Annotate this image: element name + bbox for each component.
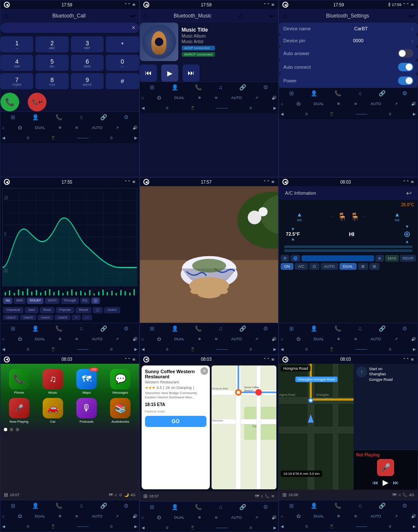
map-icon-bottom[interactable]: 🗺 — [109, 493, 113, 497]
nav-link-icon-3[interactable]: 🔗 — [379, 90, 386, 96]
prev-icon[interactable]: ◀ — [2, 136, 5, 140]
key-5[interactable]: 5JKL — [35, 55, 68, 71]
phone2-icon[interactable]: 📱 — [51, 136, 55, 140]
nav-settings-icon[interactable]: ⚙ — [124, 114, 129, 120]
back-button-9[interactable]: ◀ — [282, 357, 288, 362]
vent-c3[interactable]: ↗ — [395, 102, 398, 106]
nav-phone-9[interactable]: 📞 — [334, 503, 341, 509]
vol-c2[interactable]: 🔊 — [272, 96, 276, 100]
grid-icon-cp[interactable]: ⊞ — [282, 492, 287, 498]
eq-through[interactable]: Through — [61, 298, 79, 304]
nav-grid-icon-2[interactable]: ⊞ — [150, 84, 154, 91]
nav-phone-6[interactable]: 📞 — [334, 325, 341, 332]
nav-grid-7[interactable]: ⊞ — [11, 503, 15, 509]
nav-music-icon[interactable]: ♫ — [79, 114, 84, 120]
preset-remove[interactable]: — — [82, 315, 92, 320]
nav-phone-icon[interactable]: 📞 — [55, 114, 62, 120]
snowflake-icon[interactable]: ❄ — [58, 126, 62, 130]
phone2-bottom-icon[interactable]: 📞 — [403, 493, 407, 497]
key-1[interactable]: 1— — [0, 36, 33, 53]
app-phone[interactable]: 📞 Phone — [4, 369, 34, 395]
key-0[interactable]: 0— — [106, 55, 139, 71]
ac-grid-btn[interactable]: ⊞ — [369, 263, 380, 270]
next-icon[interactable]: ▶ — [134, 136, 137, 140]
nav-phone-7[interactable]: 📞 — [55, 503, 62, 509]
preset-add[interactable]: + — [72, 315, 81, 320]
ac-blue-slider[interactable] — [302, 255, 374, 261]
prev-track-button[interactable]: ⏮ — [140, 64, 157, 82]
key-8[interactable]: 8TUV — [35, 73, 68, 89]
nav-settings-5[interactable]: ⚙ — [263, 325, 268, 332]
key-2[interactable]: 2ABC — [35, 36, 68, 53]
nav-person-icon-2[interactable]: 👤 — [171, 84, 178, 91]
nav-link-icon-2[interactable]: 🔗 — [239, 84, 246, 91]
nav-settings-6[interactable]: ⚙ — [402, 325, 407, 332]
nav-settings-icon-3[interactable]: ⚙ — [402, 90, 407, 96]
eq-bbe[interactable]: BBE — [14, 298, 26, 304]
back-button-5[interactable]: ◀ — [143, 179, 149, 185]
nav-phone-8[interactable]: 📞 — [195, 504, 202, 510]
nav-music-icon-2[interactable]: ♫ — [218, 84, 223, 91]
app-maps[interactable]: 🗺 259 Maps — [71, 369, 102, 395]
phone-icon-nav[interactable]: 📞 — [265, 494, 270, 498]
device-name-arrow[interactable]: › — [411, 25, 413, 32]
back-arrow-3[interactable]: ↩ — [409, 12, 414, 20]
key-star[interactable]: * — [106, 36, 139, 53]
snow-c3[interactable]: ❄ — [337, 102, 340, 106]
back-arrow-6[interactable]: ↩ — [406, 189, 412, 197]
fan-icon[interactable]: ≋ — [75, 126, 78, 130]
clear-icon[interactable]: ✕ — [131, 25, 136, 31]
power-c2[interactable]: ⏻ — [157, 96, 161, 100]
ac-slider-1[interactable] — [284, 246, 412, 248]
music-icon-bottom[interactable]: ♫ — [114, 493, 117, 497]
messages-app-icon[interactable]: 💬 — [110, 369, 131, 389]
down-arrow-right[interactable]: ▼ — [405, 224, 409, 229]
nav-music-9[interactable]: ♫ — [358, 503, 362, 509]
nav-grid-icon-3[interactable]: ⊞ — [289, 90, 294, 96]
power-toggle[interactable] — [398, 76, 413, 85]
circle-icon-bottom[interactable]: ⊙ — [119, 493, 122, 497]
key-4[interactable]: 4GHI — [0, 55, 33, 71]
call-search-bar[interactable]: ✕ — [0, 23, 139, 33]
preset-classical[interactable]: Classical — [3, 307, 23, 313]
nav-music-8[interactable]: ♫ — [218, 504, 223, 510]
page-dot-2[interactable] — [10, 428, 13, 431]
auto-answer-toggle[interactable] — [398, 49, 413, 58]
home-c3[interactable]: ⌂ — [281, 102, 283, 106]
ac-rear-btn[interactable]: REAR — [400, 255, 416, 262]
nav-phone-5[interactable]: 📞 — [195, 325, 202, 332]
nav-grid-6[interactable]: ⊞ — [289, 325, 294, 332]
nav-link-4[interactable]: 🔗 — [100, 325, 107, 332]
nav-link-5[interactable]: 🔗 — [239, 325, 246, 332]
nav-phone-icon-2[interactable]: 📞 — [195, 84, 202, 91]
nav-person-icon[interactable]: 👤 — [32, 114, 39, 120]
eq-xts[interactable]: xts — [3, 298, 12, 304]
preset-user3[interactable]: User3 — [20, 315, 36, 320]
nav-settings-7[interactable]: ⚙ — [124, 503, 129, 509]
nav-grid-icon[interactable]: ⊞ — [11, 114, 15, 120]
app-messages[interactable]: 💬 Messages — [105, 369, 135, 395]
nav-phone-4[interactable]: 📞 — [55, 325, 62, 332]
back-button-2[interactable]: ◀ — [143, 2, 149, 8]
ac-fan-btn[interactable]: 🌀 — [290, 255, 300, 262]
nav-phone-icon-3[interactable]: 📞 — [334, 90, 341, 96]
ac-defrost-btn[interactable]: ⊡ — [309, 263, 319, 270]
vent-icon[interactable]: ↗ — [116, 126, 119, 130]
key-7[interactable]: 7PQRS — [0, 73, 33, 89]
music-icon-nav[interactable]: ♫ — [261, 494, 264, 498]
home-climate-icon[interactable]: ⌂ — [2, 126, 4, 130]
nav-card-close[interactable]: ✕ — [200, 367, 208, 375]
grid-icon-bottom[interactable]: ⊞ — [4, 492, 8, 498]
nav-link-6[interactable]: 🔗 — [379, 325, 386, 332]
ac-ac-btn[interactable]: A/C — [295, 263, 308, 270]
app-audiobooks[interactable]: 📚 Audiobooks — [105, 398, 135, 424]
ac-dual-btn[interactable]: DUAL — [340, 263, 357, 270]
nav-person-9[interactable]: 👤 — [311, 503, 317, 509]
maps-app-icon[interactable]: 🗺 259 — [76, 369, 97, 389]
play-button[interactable]: ▶ — [161, 64, 178, 82]
nav-link-9[interactable]: 🔗 — [379, 503, 386, 509]
preset-info[interactable]: ⓘ — [93, 307, 103, 313]
ac-gear-btn[interactable]: ⚙ — [281, 255, 289, 262]
preset-jazz[interactable]: Jazz — [25, 307, 38, 313]
nav-person-4[interactable]: 👤 — [32, 325, 39, 332]
